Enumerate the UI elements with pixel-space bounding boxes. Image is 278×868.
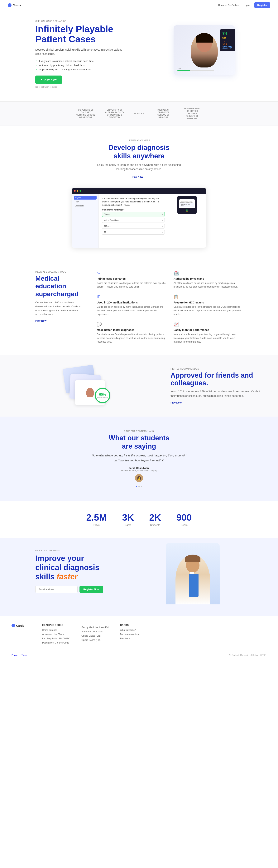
hero-check-2: ✓Authored by practicing clinical physici… — [35, 64, 128, 67]
partner-calgary: University of Calgary Cumming School of … — [76, 109, 95, 119]
hero-check-3: ✓Supported by the Cumming School of Medi… — [35, 68, 128, 71]
app-option-t2d[interactable]: T2D scan› — [102, 224, 165, 229]
nav-login-link[interactable]: Login — [244, 4, 250, 6]
feature-icon-infinite: ∞ — [97, 271, 166, 276]
feature-item-5: 💬 Make better, faster diagnoses Our stud… — [97, 322, 166, 344]
hero-description: Develop clinical problem-solving skills … — [35, 48, 128, 56]
stat-students-number: 2K — [149, 512, 161, 523]
feature-title-6: Easily monitor performance — [173, 329, 243, 332]
features-section: Medical Education Tool Medical education… — [0, 259, 278, 355]
hero-label: Clinical Case Scenarios — [35, 20, 128, 22]
hero-right: 74 95 19 35.9 125/75 34% — [173, 25, 243, 83]
approved-section: 65% would recommend Highly Recommended A… — [0, 355, 278, 416]
sidebar-item-thyroid[interactable]: Thyroid — [74, 196, 96, 199]
mobile-vitals: 74 95 — [179, 209, 195, 213]
footer-link-2-4: Opioid Cases (FR) — [81, 638, 109, 642]
feature-title-5: Make better, faster diagnoses — [97, 329, 166, 332]
mobile-mockup: A patient comes to clinic presenting as … — [177, 196, 197, 214]
footer-link-2-1: Family Medicine: LearnFM — [81, 626, 109, 629]
carousel-dot-3[interactable] — [141, 486, 142, 487]
footer-col-1: Example Decks Cards Tutorial Abnormal Li… — [42, 624, 70, 645]
app-content: Thyroid Play Collections A patient comes… — [72, 194, 206, 248]
feature-desc-6: Now you're able to audit your learning p… — [173, 333, 243, 344]
hero-patient-card: 74 95 19 35.9 125/75 34% — [173, 25, 235, 75]
footer-link-3-2: Become an Author — [120, 632, 139, 636]
recommend-sub: would recommend — [97, 397, 108, 398]
carousel-dot-1[interactable] — [136, 486, 137, 487]
hero-title: Infinitely Playable Patient Cases — [35, 24, 128, 44]
email-input[interactable] — [35, 586, 78, 593]
partner-schulich: Schulich — [134, 112, 144, 115]
carousel-dot-2[interactable] — [138, 486, 140, 487]
stat-decks-label: Decks — [176, 524, 192, 526]
nav-author-link[interactable]: Become An Author — [218, 4, 239, 6]
hero-play-button[interactable]: Play Now — [35, 75, 62, 84]
app-screen: Thyroid Play Collections A patient comes… — [72, 188, 206, 248]
vital-rr: 19 — [222, 40, 234, 43]
nav-register-button[interactable]: Register — [254, 2, 270, 8]
learn-section: Learn Anywhere Develop diagnosis skills … — [0, 126, 278, 182]
sidebar-item-collections[interactable]: Collections — [74, 204, 96, 208]
feature-icon-diagnose: 💬 — [97, 322, 166, 327]
footer-link-1-2: Abnormal Liver Tests — [42, 632, 70, 636]
approved-label: Highly Recommended — [170, 368, 267, 370]
approved-left: 65% would recommend — [11, 367, 159, 405]
play-icon — [41, 79, 42, 81]
testimonial-role: Medical Student, University of Calgary — [8, 469, 270, 472]
recommend-circle: 65% would recommend — [95, 388, 110, 403]
app-next-steps-label: What are the next steps? — [102, 209, 165, 211]
footer-privacy-link[interactable]: Privacy — [11, 654, 19, 656]
vital-temp: 35.9 — [222, 43, 234, 46]
footer: Cards Example Decks Cards Tutorial Abnor… — [0, 616, 278, 660]
partners-section: University of Calgary Cumming School of … — [0, 101, 278, 126]
app-option-biopsy[interactable]: Biopsy› — [102, 212, 165, 217]
footer-col-1-title: Example Decks — [42, 624, 70, 626]
footer-col-3: Cards What is Cards? Become an Author Fe… — [120, 624, 139, 645]
feature-item-6: 📈 Easily monitor performance Now you're … — [173, 322, 243, 344]
features-grid: ∞ Infinite case scenarios Cases are stru… — [97, 271, 243, 344]
register-now-button[interactable]: Register Now — [80, 586, 103, 593]
feature-item-3: 🗓 Used in 20+ medical institutions Cards… — [97, 294, 166, 316]
feature-item-1: ∞ Infinite case scenarios Cases are stru… — [97, 271, 166, 289]
footer-terms-link[interactable]: Terms — [22, 654, 27, 656]
stat-cards-number: 3K — [122, 512, 134, 523]
progress-fill — [177, 70, 190, 71]
learn-description: Enjoy the ability to learn on-the-go or … — [93, 163, 185, 172]
app-option-iodine[interactable]: Iodine Tablet here› — [102, 218, 165, 223]
footer-brand: Cards — [11, 624, 31, 645]
no-registration-text: No registration required. — [35, 86, 128, 88]
testimonial-author: Sarah Chandwani — [8, 467, 270, 469]
vital-heart-rate: 74 — [222, 31, 234, 36]
footer-links-1: Cards Tutorial Abnormal Liver Tests Lab … — [42, 628, 70, 644]
sidebar-item-play[interactable]: Play — [74, 200, 96, 204]
progress-bar — [177, 70, 214, 71]
footer-logo-icon — [11, 624, 15, 627]
approved-play-link[interactable]: Play Now → — [170, 401, 185, 404]
feature-title-4: Prepare for MCC exams — [173, 301, 243, 304]
footer-link-2-3: Opioid Cases (EN) — [81, 634, 109, 637]
feature-title-2: Authored by physicians — [173, 277, 243, 280]
logo[interactable]: Cards — [8, 3, 21, 7]
hero-check-1: ✓Every card is a unique patient scenario… — [35, 59, 128, 62]
get-started-title: Improve your clinical diagnosis skills f… — [35, 554, 135, 581]
feature-item-2: 🏥 Authored by physicians All of the card… — [173, 271, 243, 289]
testimonial-quote: No matter where you go, it's is the cool… — [89, 453, 189, 463]
features-left: Medical Education Tool Medical education… — [35, 271, 85, 322]
features-play-link[interactable]: Play Now → — [35, 319, 50, 322]
app-question-text: A patient comes to clinic presenting as … — [102, 197, 165, 207]
footer-bottom-links: Privacy Terms — [11, 654, 27, 656]
footer-link-1-4: Paediatrics: Canuc-Paeds — [42, 641, 70, 644]
stat-plays-number: 2.5M — [86, 512, 107, 523]
window-min-dot — [77, 190, 78, 192]
app-option-t1[interactable]: T1› — [102, 230, 165, 235]
progress-percent: 34% — [177, 68, 181, 70]
stat-students-label: Students — [149, 524, 161, 526]
approved-description: In our 2021 user survey, 65% of 92 respo… — [170, 389, 267, 398]
email-form: Register Now — [35, 586, 135, 593]
mobile-content: A patient comes to clinic presenting as … — [179, 199, 195, 208]
vital-bp-sys: 95 — [222, 36, 234, 40]
learn-play-link[interactable]: Play Now → — [132, 176, 146, 178]
testimonials-label: Student Testimonials — [8, 430, 270, 432]
feature-desc-1: Cases are structured to allow you to lea… — [97, 281, 166, 289]
testimonial-avatar: 👩 — [135, 474, 143, 482]
